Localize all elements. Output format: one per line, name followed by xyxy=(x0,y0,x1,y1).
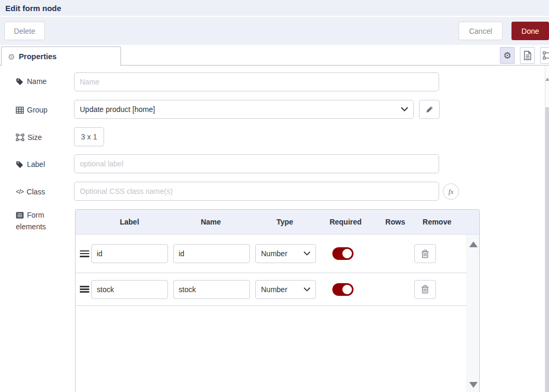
group-select[interactable]: Update product [home] xyxy=(74,100,414,119)
column-header-type: Type xyxy=(276,218,293,226)
code-icon: </> xyxy=(16,188,23,195)
chevron-down-icon xyxy=(401,107,408,111)
table-scrollbar[interactable] xyxy=(467,235,479,392)
column-header-label: Label xyxy=(120,218,139,226)
size-field-label: Size xyxy=(16,133,42,142)
table-icon xyxy=(16,107,24,114)
gear-icon: ⚙ xyxy=(8,53,15,61)
properties-panel: Name Group Update product [home] xyxy=(0,66,549,392)
object-group-icon xyxy=(16,134,24,141)
class-input[interactable] xyxy=(74,182,439,201)
form-elements-rows: Number xyxy=(76,235,467,392)
element-type-value: Number xyxy=(261,285,287,294)
description-tab-button[interactable] xyxy=(520,47,535,64)
tag-icon xyxy=(16,161,24,169)
chevron-down-icon xyxy=(304,287,310,292)
properties-tab-button[interactable]: ⚙ xyxy=(500,47,515,64)
gear-icon: ⚙ xyxy=(503,51,511,60)
toggle-knob xyxy=(342,285,352,294)
group-field-label: Group xyxy=(16,106,48,114)
form-elements-table: Label Name Type Required Rows Remove Num… xyxy=(75,209,480,392)
element-name-input[interactable] xyxy=(173,280,250,299)
document-icon xyxy=(524,51,532,60)
appearance-icon xyxy=(543,51,549,60)
column-header-rows: Rows xyxy=(385,218,405,226)
scroll-down-arrow-icon[interactable] xyxy=(469,382,478,388)
class-field-label: </> Class xyxy=(16,188,45,196)
element-label-input[interactable] xyxy=(91,280,168,299)
done-button[interactable]: Done xyxy=(511,22,549,40)
list-icon xyxy=(16,212,24,219)
tab-properties-label: Properties xyxy=(18,52,57,61)
table-row: Number xyxy=(76,235,467,273)
cancel-button[interactable]: Cancel xyxy=(459,22,503,40)
form-elements-table-header: Label Name Type Required Rows Remove xyxy=(76,210,479,235)
element-type-value: Number xyxy=(261,249,287,258)
expression-button[interactable]: fx xyxy=(443,183,459,200)
drag-handle-icon[interactable] xyxy=(80,249,89,258)
required-toggle[interactable] xyxy=(332,247,353,260)
delete-button[interactable]: Delete xyxy=(4,22,45,40)
edit-group-button[interactable] xyxy=(419,100,440,119)
remove-element-button[interactable] xyxy=(414,280,436,299)
tab-strip: ⚙ Properties ⚙ xyxy=(0,45,549,66)
column-header-name: Name xyxy=(201,218,221,226)
panel-scrollbar[interactable] xyxy=(545,66,549,392)
column-header-remove: Remove xyxy=(423,218,451,226)
tag-icon xyxy=(16,78,24,86)
remove-element-button[interactable] xyxy=(414,244,436,263)
size-button[interactable]: 3 x 1 xyxy=(74,127,104,146)
group-select-value: Update product [home] xyxy=(80,105,155,114)
element-type-select[interactable]: Number xyxy=(255,280,316,299)
chevron-down-icon xyxy=(304,251,310,256)
scrollbar-thumb[interactable] xyxy=(545,107,549,392)
table-row: Number xyxy=(76,273,467,306)
form-elements-field-label-line2: elements xyxy=(16,222,46,231)
drag-handle-icon[interactable] xyxy=(80,284,89,294)
pencil-icon xyxy=(426,106,433,113)
name-input[interactable] xyxy=(74,72,439,91)
element-type-select[interactable]: Number xyxy=(255,244,316,263)
required-toggle[interactable] xyxy=(332,283,353,296)
fx-icon: fx xyxy=(449,188,453,196)
dialog-toolbar: Delete Cancel Done xyxy=(0,17,549,45)
trash-icon xyxy=(421,249,429,258)
column-header-required: Required xyxy=(330,218,362,226)
trash-icon xyxy=(421,285,429,294)
tab-properties[interactable]: ⚙ Properties xyxy=(1,46,121,66)
dialog-header: Edit form node xyxy=(0,0,549,16)
scroll-up-arrow-icon[interactable] xyxy=(469,241,478,247)
label-input[interactable] xyxy=(74,154,439,173)
scroll-up-arrow-icon xyxy=(545,78,549,81)
edit-form-node-dialog: Edit form node Delete Cancel Done ⚙ Prop… xyxy=(0,0,549,392)
form-elements-field-label: Form xyxy=(16,211,44,219)
appearance-tab-button[interactable] xyxy=(540,47,549,64)
page-title: Edit form node xyxy=(5,4,61,13)
element-name-input[interactable] xyxy=(173,244,250,263)
name-field-label: Name xyxy=(16,77,46,86)
label-field-label: Label xyxy=(16,160,45,169)
element-label-input[interactable] xyxy=(91,244,168,263)
toggle-knob xyxy=(342,249,352,258)
